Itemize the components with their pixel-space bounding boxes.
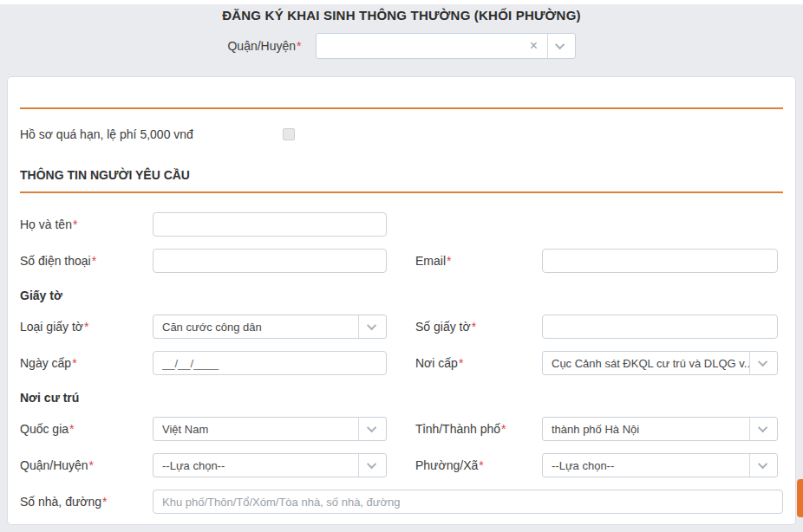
required-asterisk: *	[72, 356, 76, 370]
phone-label: Số điện thoại*	[20, 254, 153, 268]
row-street: Số nhà, đường*	[20, 490, 783, 514]
street-label: Số nhà, đường*	[20, 495, 153, 509]
required-asterisk: *	[84, 320, 88, 334]
required-asterisk: *	[472, 320, 476, 334]
required-asterisk: *	[459, 356, 463, 370]
row-phone-email: Số điện thoại* Email*	[20, 249, 783, 273]
page-title: ĐĂNG KÝ KHAI SINH THÔNG THƯỜNG (KHỐI PHƯ…	[0, 4, 803, 23]
ward-select-value: --Lựa chọn--	[543, 454, 749, 477]
dropdown-toggle[interactable]	[749, 352, 777, 374]
email-label: Email*	[415, 254, 542, 268]
orange-divider	[20, 107, 783, 109]
dropdown-toggle[interactable]	[358, 454, 386, 477]
overdue-fee-label: Hồ sơ quá hạn, lệ phí 5,000 vnđ	[20, 127, 283, 141]
province-label: Tỉnh/Thành phố*	[415, 422, 542, 436]
doc-type-select[interactable]: Căn cước công dân	[153, 315, 387, 339]
overdue-fee-checkbox[interactable]	[283, 128, 295, 140]
header-district-label: Quận/Huyện*	[227, 39, 301, 53]
form-card: Hồ sơ quá hạn, lệ phí 5,000 vnđ THÔNG TI…	[7, 76, 796, 525]
street-input[interactable]	[153, 490, 783, 514]
phone-input[interactable]	[153, 249, 387, 273]
header-district-row: Quận/Huyện* ×	[0, 33, 803, 59]
district-label: Quận/Huyện*	[20, 458, 153, 472]
dropdown-toggle[interactable]	[749, 418, 777, 440]
row-full-name: Họ và tên*	[20, 212, 783, 237]
clear-icon[interactable]: ×	[521, 34, 547, 58]
section-title-requester: THÔNG TIN NGƯỜI YÊU CẦU	[20, 168, 783, 193]
country-select-value: Việt Nam	[153, 418, 358, 440]
chevron-down-icon	[555, 40, 565, 49]
district-select[interactable]: --Lựa chọn--	[153, 453, 387, 477]
chevron-down-icon	[757, 423, 767, 432]
required-asterisk: *	[92, 254, 96, 268]
required-asterisk: *	[479, 458, 483, 472]
required-asterisk: *	[447, 254, 451, 268]
subhead-documents: Giấy tờ	[20, 289, 783, 302]
required-asterisk: *	[501, 422, 506, 436]
province-select-value: thành phố Hà Nội	[543, 418, 749, 440]
full-name-input[interactable]	[153, 212, 387, 237]
required-asterisk: *	[73, 217, 77, 231]
row-issue-date-place: Ngày cấp* Nơi cấp* Cục Cảnh sát ĐKQL cư …	[20, 351, 783, 375]
issue-place-select-value: Cục Cảnh sát ĐKQL cư trú và DLQG v...	[543, 352, 749, 374]
dropdown-toggle[interactable]	[547, 34, 575, 58]
chevron-down-icon	[757, 459, 767, 469]
district-select-value: --Lựa chọn--	[153, 454, 358, 477]
issue-date-input[interactable]	[153, 351, 387, 375]
doc-number-input[interactable]	[542, 315, 778, 339]
full-name-label: Họ và tên*	[20, 217, 153, 231]
required-asterisk: *	[297, 39, 301, 53]
required-asterisk: *	[102, 495, 107, 509]
chevron-down-icon	[366, 321, 375, 330]
overdue-fee-row: Hồ sơ quá hạn, lệ phí 5,000 vnđ	[20, 127, 783, 141]
row-country-province: Quốc gia* Việt Nam Tỉnh/Thành phố* thành…	[20, 417, 783, 441]
dropdown-toggle[interactable]	[749, 454, 777, 477]
ward-label: Phường/Xã*	[415, 458, 542, 472]
country-label: Quốc gia*	[20, 422, 153, 436]
issue-place-select[interactable]: Cục Cảnh sát ĐKQL cư trú và DLQG v...	[542, 351, 778, 375]
doc-number-label: Số giấy tờ*	[415, 320, 542, 334]
chevron-down-icon	[757, 357, 767, 367]
doc-type-select-value: Căn cước công dân	[153, 315, 358, 338]
ward-select[interactable]: --Lựa chọn--	[542, 453, 778, 477]
chevron-down-icon	[366, 423, 375, 432]
row-district-ward: Quận/Huyện* --Lựa chọn-- Phường/Xã* --Lự…	[20, 453, 783, 477]
doc-type-label: Loại giấy tờ*	[20, 320, 153, 334]
subhead-residence: Nơi cư trú	[20, 391, 783, 405]
row-doc-type-number: Loại giấy tờ* Căn cước công dân Số giấy …	[20, 315, 783, 339]
dropdown-toggle[interactable]	[358, 315, 386, 338]
issue-place-label: Nơi cấp*	[415, 356, 542, 370]
dropdown-toggle[interactable]	[358, 418, 386, 440]
chevron-down-icon	[366, 459, 375, 469]
required-asterisk: *	[69, 422, 74, 436]
country-select[interactable]: Việt Nam	[153, 417, 387, 441]
header-district-select[interactable]: ×	[316, 33, 576, 59]
header-district-select-value	[317, 34, 521, 58]
email-input[interactable]	[542, 249, 778, 273]
issue-date-label: Ngày cấp*	[20, 356, 153, 370]
floating-button-fragment[interactable]	[797, 479, 803, 517]
required-asterisk: *	[89, 458, 94, 472]
province-select[interactable]: thành phố Hà Nội	[542, 417, 778, 441]
